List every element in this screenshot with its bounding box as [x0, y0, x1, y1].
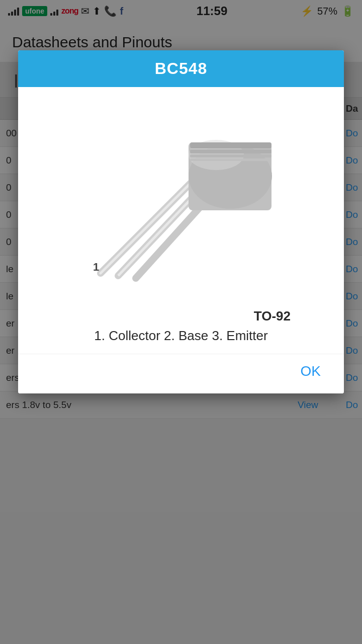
svg-rect-9	[190, 149, 272, 153]
svg-rect-10	[190, 154, 272, 157]
pinout-info: TO-92 1. Collector 2. Base 3. Emitter	[26, 303, 336, 354]
modal-overlay: BC548	[0, 0, 362, 644]
modal-header: BC548	[18, 50, 344, 87]
modal-footer: OK	[18, 354, 344, 393]
modal-dialog: BC548	[18, 50, 344, 393]
ok-button[interactable]: OK	[293, 359, 329, 383]
modal-body: 1 TO-92 1. Collector 2. Base 3. Emitter	[18, 87, 344, 354]
transistor-svg: 1	[60, 97, 302, 298]
svg-rect-11	[190, 158, 272, 161]
pin-labels: 1. Collector 2. Base 3. Emitter	[41, 328, 321, 344]
svg-text:1: 1	[93, 261, 99, 273]
transistor-image: 1	[26, 92, 336, 303]
svg-rect-8	[190, 142, 272, 148]
package-label: TO-92	[41, 308, 291, 324]
modal-title: BC548	[155, 59, 208, 77]
